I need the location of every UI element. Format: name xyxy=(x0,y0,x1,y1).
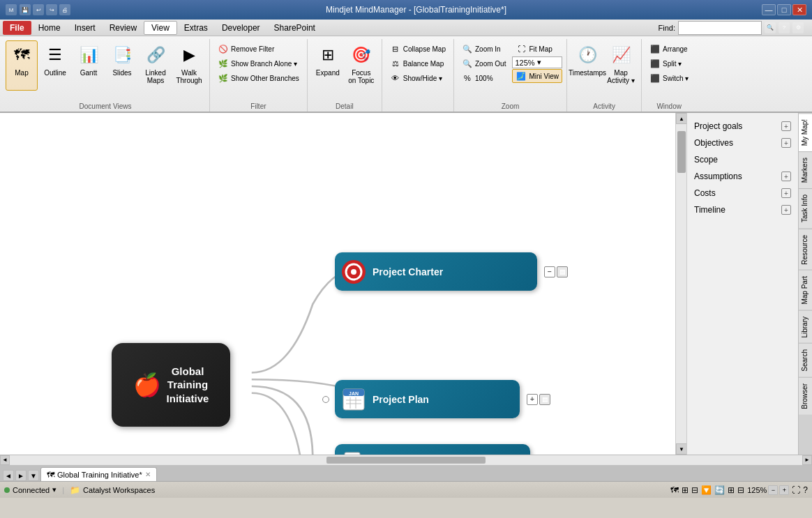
side-tab-markers[interactable]: Markers xyxy=(799,151,812,188)
grid-icon2[interactable]: ⊟ xyxy=(737,485,744,495)
undo-icon[interactable]: ↩ xyxy=(33,4,44,15)
panel-costs[interactable]: Costs + xyxy=(694,187,791,199)
show-branch-alone-button[interactable]: 🌿 Show Branch Alone ▾ xyxy=(214,56,303,70)
assumptions-plus[interactable]: + xyxy=(781,172,791,181)
panel-objectives[interactable]: Objectives + xyxy=(694,137,791,149)
focus-topic-button[interactable]: 🎯 Focus on Topic xyxy=(345,40,377,91)
print-icon[interactable]: 🖨 xyxy=(59,4,70,15)
show-other-branches-button[interactable]: 🌿 Show Other Branches xyxy=(214,71,303,85)
horizontal-scrollbar[interactable]: ◄ ► xyxy=(0,455,812,464)
menu-extras[interactable]: Extras xyxy=(177,21,215,35)
scroll-up-btn[interactable]: ▲ xyxy=(676,113,686,124)
file-menu[interactable]: File xyxy=(3,21,31,35)
sync-icon[interactable]: 🔄 xyxy=(714,485,725,495)
filter-status-icon[interactable]: 🔽 xyxy=(701,485,712,495)
side-tab-resource[interactable]: Resource xyxy=(799,229,812,271)
hscroll-left-btn[interactable]: ◄ xyxy=(0,455,10,465)
charter-expand-icon[interactable]: ▤ xyxy=(557,266,568,277)
zoom-decrease-btn[interactable]: − xyxy=(768,485,778,495)
panel-project-goals[interactable]: Project goals + xyxy=(694,120,791,132)
branch-documentation[interactable]: Documentation xyxy=(335,444,530,455)
canvas-scrollbar[interactable]: ▲ ▼ xyxy=(675,113,686,455)
walk-through-button[interactable]: ▶ Walk Through xyxy=(173,40,205,91)
gantt-button[interactable]: 📊 Gantt xyxy=(73,40,105,91)
project-goals-plus[interactable]: + xyxy=(781,121,791,131)
side-tab-mappart[interactable]: Map Part xyxy=(799,270,812,310)
zoom-increase-btn[interactable]: + xyxy=(779,485,789,495)
linked-maps-button[interactable]: 🔗 Linked Maps xyxy=(140,40,172,91)
collapse-map-button[interactable]: ⊟ Collapse Map xyxy=(386,42,449,56)
charter-collapse-btn[interactable]: − xyxy=(544,266,555,277)
panel-timeline[interactable]: Timeline + xyxy=(694,204,791,216)
tab-close-btn[interactable]: ✕ xyxy=(145,471,151,478)
scroll-down-btn[interactable]: ▼ xyxy=(676,443,686,455)
zoom-in-button[interactable]: 🔍 Zoom In xyxy=(458,42,509,56)
status-dropdown[interactable]: ▾ xyxy=(52,485,57,494)
side-tab-search[interactable]: Search xyxy=(799,343,812,377)
find-button[interactable]: 🔍 xyxy=(765,22,776,33)
settings-button[interactable]: ⚙ xyxy=(792,22,804,33)
tab-nav-list[interactable]: ▼ xyxy=(28,470,39,481)
tab-nav-next[interactable]: ► xyxy=(15,470,27,481)
panel-scope[interactable]: Scope xyxy=(694,153,791,166)
side-tab-browser[interactable]: Browser xyxy=(799,377,812,415)
arrange-button[interactable]: ⬛ Arrange xyxy=(646,42,692,56)
save-icon[interactable]: 💾 xyxy=(20,4,31,15)
side-tab-taskinfo[interactable]: Task Info xyxy=(799,188,812,228)
branch-project-charter[interactable]: Project Charter − ▤ xyxy=(335,252,537,291)
detail-label: Detail xyxy=(336,102,354,112)
zoom-100-button[interactable]: % 100% xyxy=(458,71,509,85)
grid-icon1[interactable]: ⊞ xyxy=(728,485,735,495)
timestamps-button[interactable]: 🕐 Timestamps xyxy=(571,40,603,91)
canvas[interactable]: 🍎 GlobalTrainingInitiative Project Chart… xyxy=(0,113,686,455)
remove-filter-button[interactable]: 🚫 Remove Filter xyxy=(214,42,303,56)
scroll-thumb[interactable] xyxy=(677,131,686,173)
switch-button[interactable]: ⬛ Switch ▾ xyxy=(646,71,692,85)
redo-icon[interactable]: ↪ xyxy=(46,4,57,15)
find-input[interactable] xyxy=(678,21,762,35)
outline-button[interactable]: ☰ Outline xyxy=(39,40,71,91)
objectives-plus[interactable]: + xyxy=(781,138,791,148)
slides-button[interactable]: 📑 Slides xyxy=(106,40,138,91)
minimize-button[interactable]: — xyxy=(762,4,776,15)
side-tab-mymap[interactable]: My Map! xyxy=(799,113,812,151)
fit-map-button[interactable]: ⛶ Fit Map xyxy=(512,42,562,56)
menu-insert[interactable]: Insert xyxy=(68,21,103,35)
balance-map-button[interactable]: ⚖ Balance Map xyxy=(386,56,449,70)
central-node[interactable]: 🍎 GlobalTrainingInitiative xyxy=(112,343,230,427)
panel-assumptions[interactable]: Assumptions + xyxy=(694,170,791,183)
view-mode-icon[interactable]: 🗺 xyxy=(670,485,679,495)
menu-view[interactable]: View xyxy=(144,21,177,35)
costs-plus[interactable]: + xyxy=(781,188,791,198)
fullscreen-icon[interactable]: ⛶ xyxy=(792,485,800,495)
help-button[interactable]: ? xyxy=(779,22,790,33)
show-hide-button[interactable]: 👁 Show/Hide ▾ xyxy=(386,71,449,85)
map-button[interactable]: 🗺 Map xyxy=(6,40,38,91)
close-button[interactable]: ✕ xyxy=(792,4,806,15)
plan-expand-btn[interactable]: + xyxy=(527,394,538,405)
split-button[interactable]: ⬛ Split ▾ xyxy=(646,56,692,70)
zoom-out-button[interactable]: 🔍 Zoom Out xyxy=(458,56,509,70)
tab-nav-prev[interactable]: ◄ xyxy=(3,470,14,481)
ribbon: 🗺 Map ☰ Outline 📊 Gantt 📑 Slides 🔗 Linke… xyxy=(0,36,812,113)
menu-developer[interactable]: Developer xyxy=(215,21,267,35)
branch-project-plan[interactable]: JAN Project Plan + ▤ xyxy=(335,380,520,418)
tab-global-training[interactable]: 🗺 Global Training Initiative* ✕ xyxy=(40,467,157,481)
hscroll-right-btn[interactable]: ► xyxy=(802,455,812,465)
timeline-plus[interactable]: + xyxy=(781,205,791,215)
menu-review[interactable]: Review xyxy=(103,21,144,35)
filter-icon: 🚫 xyxy=(218,43,229,54)
hscroll-thumb[interactable] xyxy=(326,457,485,464)
mini-view-button[interactable]: 🗾 Mini View xyxy=(512,69,562,83)
layout-icon2[interactable]: ⊟ xyxy=(691,485,698,495)
maximize-button[interactable]: □ xyxy=(777,4,791,15)
menu-sharepoint[interactable]: SharePoint xyxy=(267,21,322,35)
side-tab-library[interactable]: Library xyxy=(799,310,812,344)
menu-home[interactable]: Home xyxy=(31,21,68,35)
plan-expand-icon[interactable]: ▤ xyxy=(539,394,550,405)
map-activity-button[interactable]: 📈 Map Activity ▾ xyxy=(605,40,637,91)
layout-icon1[interactable]: ⊞ xyxy=(682,485,689,495)
expand-button[interactable]: ⊞ Expand xyxy=(312,40,344,91)
help-status-icon[interactable]: ? xyxy=(803,485,808,495)
zoom-level-selector[interactable]: 125% ▾ xyxy=(512,56,562,68)
